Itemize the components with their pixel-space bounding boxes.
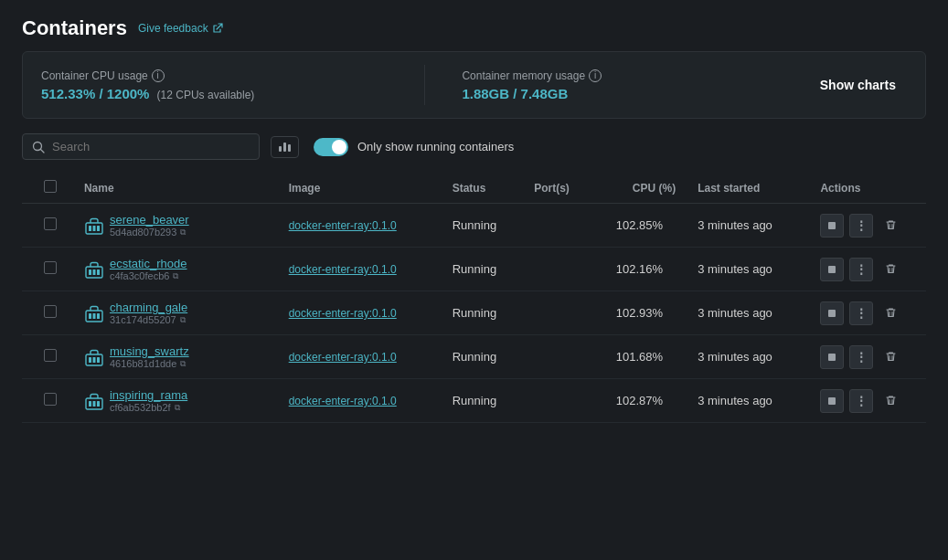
row-actions-cell: ⋮ (809, 291, 926, 335)
container-icon (84, 216, 104, 236)
row-checkbox[interactable] (44, 305, 57, 318)
svg-rect-9 (92, 269, 95, 275)
cpu-note: (12 CPUs available) (157, 89, 255, 101)
last-started-value: 3 minutes ago (698, 218, 772, 232)
stop-button[interactable] (820, 389, 844, 413)
row-actions-cell: ⋮ (809, 379, 926, 423)
copy-id-icon[interactable]: ⧉ (173, 271, 178, 281)
svg-rect-24 (92, 401, 95, 407)
image-link[interactable]: docker-enter-ray:0.1.0 (289, 263, 397, 276)
row-last-started-cell: 3 minutes ago (687, 248, 809, 291)
container-icon (84, 303, 104, 323)
more-options-button[interactable]: ⋮ (849, 301, 873, 325)
status-value: Running (453, 350, 496, 364)
memory-label: Container memory usage i (462, 69, 808, 82)
grid-bar-2 (283, 143, 286, 152)
copy-id-icon[interactable]: ⧉ (180, 315, 186, 325)
last-started-value: 3 minutes ago (698, 394, 772, 407)
containers-table-wrapper: Name Image Status Port(s) CPU (%) Last s… (0, 173, 948, 423)
svg-line-1 (41, 149, 45, 153)
row-image-cell: docker-enter-ray:0.1.0 (278, 204, 442, 248)
image-link[interactable]: docker-enter-ray:0.1.0 (289, 307, 397, 320)
image-link[interactable]: docker-enter-ray:0.1.0 (289, 219, 397, 232)
feedback-link[interactable]: Give feedback (138, 22, 223, 35)
more-options-button[interactable]: ⋮ (849, 258, 873, 281)
col-name: Name (73, 173, 278, 204)
select-all-checkbox[interactable] (44, 180, 57, 193)
stop-button[interactable] (820, 301, 844, 325)
container-name-link[interactable]: inspiring_rama (110, 388, 187, 402)
stop-button[interactable] (820, 258, 844, 281)
container-name-link[interactable]: musing_swartz (110, 344, 189, 358)
row-status-cell: Running (442, 379, 524, 423)
row-checkbox-cell (22, 379, 73, 423)
cpu-value: 512.33% / 1200% (12 CPUs available) (41, 86, 388, 101)
copy-id-icon[interactable]: ⧉ (175, 403, 180, 413)
image-link[interactable]: docker-enter-ray:0.1.0 (289, 351, 397, 364)
copy-id-icon[interactable]: ⧉ (180, 227, 186, 238)
copy-id-icon[interactable]: ⧉ (180, 359, 186, 369)
stop-icon (827, 353, 836, 362)
row-checkbox[interactable] (44, 349, 57, 362)
status-value: Running (453, 218, 496, 232)
cpu-percent: 102.85% (616, 218, 663, 232)
svg-rect-16 (828, 310, 836, 317)
more-options-button[interactable]: ⋮ (849, 389, 873, 413)
table-header-row: Name Image Status Port(s) CPU (%) Last s… (22, 173, 926, 204)
status-value: Running (453, 306, 496, 320)
cpu-info-icon[interactable]: i (152, 69, 165, 82)
delete-button[interactable] (879, 389, 902, 413)
stop-icon (827, 265, 836, 274)
svg-rect-5 (97, 226, 100, 231)
container-name-link[interactable]: charming_gale (110, 301, 187, 314)
row-checkbox[interactable] (44, 393, 57, 406)
row-last-started-cell: 3 minutes ago (687, 204, 809, 248)
svg-rect-23 (89, 401, 91, 407)
row-image-cell: docker-enter-ray:0.1.0 (278, 248, 442, 291)
page-header: Containers Give feedback (0, 0, 948, 51)
container-name-link[interactable]: serene_beaver (110, 213, 189, 227)
delete-button[interactable] (879, 214, 902, 238)
memory-value: 1.88GB / 7.48GB (462, 86, 808, 101)
grid-view-button[interactable] (271, 136, 299, 158)
search-input[interactable] (52, 140, 250, 153)
memory-info-icon[interactable]: i (589, 69, 602, 82)
more-options-button[interactable]: ⋮ (849, 214, 873, 238)
row-cpu-cell: 102.16% (605, 248, 687, 291)
container-name-link[interactable]: ecstatic_rhode (110, 257, 187, 270)
last-started-value: 3 minutes ago (698, 262, 772, 276)
delete-icon (885, 307, 897, 319)
row-status-cell: Running (442, 335, 524, 379)
container-id: c4fa3c0fecb6 ⧉ (110, 270, 187, 281)
row-checkbox[interactable] (44, 217, 57, 230)
delete-button[interactable] (879, 345, 902, 369)
image-link[interactable]: docker-enter-ray:0.1.0 (289, 395, 397, 407)
row-checkbox[interactable] (44, 261, 57, 274)
running-toggle-label: Only show running containers (357, 140, 514, 153)
row-checkbox-cell (22, 248, 73, 291)
more-options-button[interactable]: ⋮ (849, 345, 873, 369)
memory-stat-group: Container memory usage i 1.88GB / 7.48GB (462, 69, 808, 101)
container-id: 5d4ad807b293 ⧉ (110, 227, 189, 238)
row-cpu-cell: 102.85% (605, 204, 687, 248)
delete-button[interactable] (879, 258, 902, 281)
stop-icon (827, 309, 836, 318)
show-charts-button[interactable]: Show charts (809, 72, 907, 98)
running-toggle-switch[interactable] (314, 138, 348, 156)
row-ports-cell (523, 291, 605, 335)
cpu-percent: 101.68% (616, 350, 663, 364)
row-actions-cell: ⋮ (809, 204, 926, 248)
container-id: 31c174d55207 ⧉ (110, 314, 187, 325)
search-box[interactable] (22, 133, 260, 160)
svg-rect-21 (828, 354, 836, 361)
cpu-stat-group: Container CPU usage i 512.33% / 1200% (1… (41, 69, 388, 101)
stop-button[interactable] (820, 214, 844, 238)
running-toggle-container[interactable]: Only show running containers (314, 138, 514, 156)
status-value: Running (453, 262, 496, 276)
row-name-cell: musing_swartz 4616b81d1dde ⧉ (73, 335, 278, 379)
col-ports: Port(s) (523, 173, 605, 204)
row-name-cell: serene_beaver 5d4ad807b293 ⧉ (73, 204, 278, 248)
stop-button[interactable] (820, 345, 844, 369)
row-ports-cell (523, 248, 605, 291)
delete-button[interactable] (879, 301, 902, 325)
